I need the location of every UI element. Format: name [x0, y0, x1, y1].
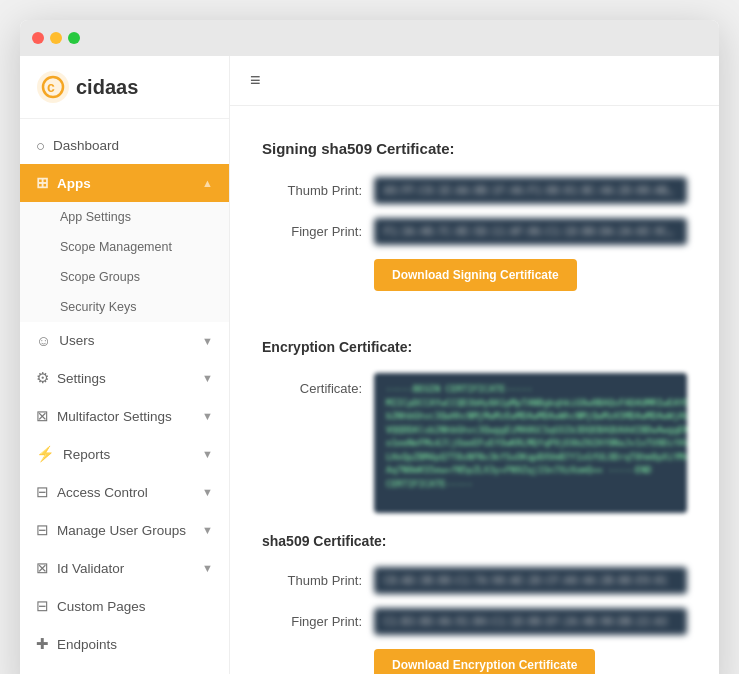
sidebar-item-label: Apps [57, 176, 194, 191]
main-content: ≡ Signing sha509 Certificate: Thumb Prin… [230, 56, 719, 674]
sha509-thumb-print-value: C8:AD:3B:88:C1:7A:98:AE:2D:CF:A0:4A:2B:8… [374, 567, 687, 594]
thumb-print-value: A9:FF:C0:1E:AA:8B:1F:4A:F1:88:01:BC:4A:2… [374, 177, 687, 204]
chevron-down-icon: ▼ [202, 410, 213, 422]
chevron-down-icon: ▼ [202, 448, 213, 460]
sidebar-item-label: Multifactor Settings [57, 409, 194, 424]
sha509-finger-print-row: Finger Print: C1:B3:8D:4A:91:B4:C1:1D:88… [262, 608, 687, 635]
certificate-row: Certificate: -----BEGIN CERTIFICATE-----… [262, 373, 687, 513]
sidebar-item-label: Reports [63, 447, 194, 462]
manage-user-groups-icon: ⊟ [36, 521, 49, 539]
sidebar-logo: c cidaas [20, 56, 229, 119]
sha509-finger-print-value: C1:B3:8D:4A:91:B4:C1:1D:88:EF:2A:4B:90:D… [374, 608, 687, 635]
finger-print-row: Finger Print: F1:3A:4B:7C:8E:5D:11:AF:86… [262, 218, 687, 245]
topbar: ≡ [230, 56, 719, 106]
sidebar-item-label: Users [59, 333, 194, 348]
signing-section-title: Signing sha509 Certificate: [262, 140, 687, 157]
apps-icon: ⊞ [36, 174, 49, 192]
sidebar-item-label: Access Control [57, 485, 194, 500]
chevron-down-icon: ▼ [202, 486, 213, 498]
sidebar-item-access-control[interactable]: ⊟ Access Control ▼ [20, 473, 229, 511]
sidebar-item-label: Id Validator [57, 561, 194, 576]
encryption-certificate-section: Encryption Certificate: Certificate: ---… [262, 339, 687, 513]
access-control-icon: ⊟ [36, 483, 49, 501]
minimize-dot[interactable] [50, 32, 62, 44]
sidebar-item-users[interactable]: ☺ Users ▼ [20, 322, 229, 359]
content-body: Signing sha509 Certificate: Thumb Print:… [230, 106, 719, 674]
chevron-down-icon: ▼ [202, 335, 213, 347]
settings-icon: ⚙ [36, 369, 49, 387]
submenu-item-security-keys[interactable]: Security Keys [20, 292, 229, 322]
sidebar-item-settings[interactable]: ⚙ Settings ▼ [20, 359, 229, 397]
endpoints-icon: ✚ [36, 635, 49, 653]
close-dot[interactable] [32, 32, 44, 44]
dashboard-icon: ○ [36, 137, 45, 154]
chevron-down-icon: ▼ [202, 372, 213, 384]
finger-print-value: F1:3A:4B:7C:8E:5D:11:AF:86:C1:1D:B8:DA:2… [374, 218, 687, 245]
certificate-value: -----BEGIN CERTIFICATE----- MIICpDCCAYwC… [374, 373, 687, 513]
hamburger-icon[interactable]: ≡ [250, 70, 261, 91]
download-encryption-certificate-button[interactable]: Download Encryption Certificate [374, 649, 595, 674]
sidebar-item-secure-plus[interactable]: ☰ Secure Plus [20, 663, 229, 674]
users-icon: ☺ [36, 332, 51, 349]
sidebar-item-label: Endpoints [57, 637, 213, 652]
app-container: c cidaas ○ Dashboard ⊞ Apps ▲ App [20, 56, 719, 674]
sidebar-item-label: Dashboard [53, 138, 213, 153]
sidebar-item-endpoints[interactable]: ✚ Endpoints [20, 625, 229, 663]
cidaas-logo-icon: c [36, 70, 70, 104]
encryption-section-title: Encryption Certificate: [262, 339, 687, 355]
sha509-finger-print-label: Finger Print: [262, 614, 362, 629]
custom-pages-icon: ⊟ [36, 597, 49, 615]
browser-window: c cidaas ○ Dashboard ⊞ Apps ▲ App [20, 20, 719, 674]
sidebar: c cidaas ○ Dashboard ⊞ Apps ▲ App [20, 56, 230, 674]
sidebar-item-apps[interactable]: ⊞ Apps ▲ [20, 164, 229, 202]
logo-text: cidaas [76, 76, 138, 99]
browser-titlebar [20, 20, 719, 56]
reports-icon: ⚡ [36, 445, 55, 463]
submenu-item-scope-management[interactable]: Scope Management [20, 232, 229, 262]
sidebar-item-id-validator[interactable]: ⊠ Id Validator ▼ [20, 549, 229, 587]
submenu-item-scope-groups[interactable]: Scope Groups [20, 262, 229, 292]
chevron-up-icon: ▲ [202, 177, 213, 189]
multifactor-icon: ⊠ [36, 407, 49, 425]
sidebar-item-multifactor[interactable]: ⊠ Multifactor Settings ▼ [20, 397, 229, 435]
thumb-print-label: Thumb Print: [262, 183, 362, 198]
sidebar-item-dashboard[interactable]: ○ Dashboard [20, 127, 229, 164]
sha509-certificate-section: sha509 Certificate: Thumb Print: C8:AD:3… [262, 533, 687, 674]
signing-certificate-section: Signing sha509 Certificate: Thumb Print:… [262, 140, 687, 319]
finger-print-label: Finger Print: [262, 224, 362, 239]
chevron-down-icon: ▼ [202, 562, 213, 574]
certificate-label: Certificate: [262, 373, 362, 396]
sidebar-item-label: Settings [57, 371, 194, 386]
download-signing-certificate-button[interactable]: Download Signing Certificate [374, 259, 577, 291]
sha509-thumb-print-row: Thumb Print: C8:AD:3B:88:C1:7A:98:AE:2D:… [262, 567, 687, 594]
maximize-dot[interactable] [68, 32, 80, 44]
sidebar-item-label: Custom Pages [57, 599, 213, 614]
sidebar-nav: ○ Dashboard ⊞ Apps ▲ App Settings Scope … [20, 119, 229, 674]
sidebar-item-custom-pages[interactable]: ⊟ Custom Pages [20, 587, 229, 625]
chevron-down-icon: ▼ [202, 524, 213, 536]
id-validator-icon: ⊠ [36, 559, 49, 577]
sha509-thumb-print-label: Thumb Print: [262, 573, 362, 588]
sidebar-item-manage-user-groups[interactable]: ⊟ Manage User Groups ▼ [20, 511, 229, 549]
sidebar-item-label: Manage User Groups [57, 523, 194, 538]
thumb-print-row: Thumb Print: A9:FF:C0:1E:AA:8B:1F:4A:F1:… [262, 177, 687, 204]
sidebar-item-reports[interactable]: ⚡ Reports ▼ [20, 435, 229, 473]
submenu-item-app-settings[interactable]: App Settings [20, 202, 229, 232]
svg-text:c: c [47, 79, 55, 95]
apps-submenu: App Settings Scope Management Scope Grou… [20, 202, 229, 322]
sha509-section-title: sha509 Certificate: [262, 533, 687, 549]
